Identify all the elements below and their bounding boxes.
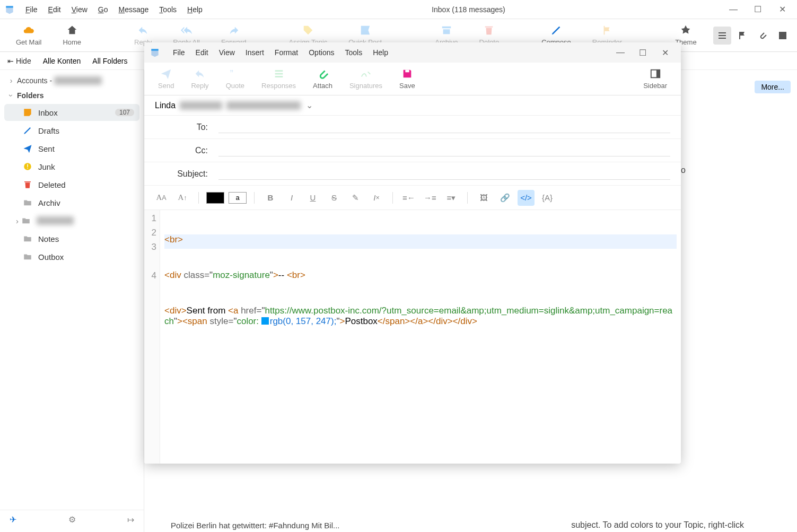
highlighter-button[interactable]: ✎ bbox=[347, 190, 364, 206]
folder-custom[interactable]: › bbox=[4, 212, 139, 229]
menu-file[interactable]: File bbox=[20, 3, 43, 16]
font-decrease-button[interactable]: A↑ bbox=[174, 190, 191, 206]
list-icon bbox=[717, 31, 727, 40]
outdent-button[interactable]: ≡← bbox=[400, 190, 417, 206]
flag-view-toggle[interactable] bbox=[733, 27, 751, 45]
folders-header[interactable]: › Folders bbox=[0, 88, 144, 103]
strike-button[interactable]: S bbox=[326, 190, 343, 206]
all-folders-tab[interactable]: All Folders bbox=[92, 57, 127, 65]
redacted-text bbox=[54, 76, 102, 85]
compose-toolbar: Send Reply ” Quote Responses Attach Sign… bbox=[144, 63, 681, 95]
italic-button[interactable]: I bbox=[283, 190, 300, 206]
line-gutter: 1 2 3 4 bbox=[144, 210, 160, 464]
toolbar-get-mail[interactable]: Get Mail bbox=[5, 23, 52, 47]
svg-rect-3 bbox=[405, 70, 409, 73]
folder-inbox[interactable]: Inbox 107 bbox=[4, 104, 139, 121]
signature-icon bbox=[360, 68, 372, 80]
compose-attach-button[interactable]: Attach bbox=[304, 67, 341, 91]
hide-button[interactable]: ⇤ Hide bbox=[7, 57, 31, 65]
folder-junk[interactable]: Junk bbox=[4, 158, 139, 175]
cc-input[interactable] bbox=[218, 144, 670, 156]
compose-menu-tools[interactable]: Tools bbox=[339, 46, 367, 59]
compose-minimize-button[interactable]: — bbox=[616, 48, 625, 57]
close-button[interactable]: ✕ bbox=[778, 5, 786, 14]
folder-outbox[interactable]: Outbox bbox=[4, 248, 139, 265]
clear-format-button[interactable]: I× bbox=[368, 190, 385, 206]
attachment-view-toggle[interactable] bbox=[754, 27, 772, 45]
redacted-text bbox=[180, 101, 222, 110]
from-name: Linda bbox=[155, 101, 176, 110]
paperclip-icon bbox=[758, 31, 767, 40]
styles-button[interactable]: {A} bbox=[539, 190, 556, 206]
source-code-button[interactable]: </> bbox=[518, 190, 535, 206]
settings-icon[interactable]: ⚙ bbox=[68, 514, 76, 525]
compose-menu-help[interactable]: Help bbox=[367, 46, 393, 59]
menu-view[interactable]: View bbox=[66, 3, 93, 16]
alle-konten-tab[interactable]: Alle Konten bbox=[43, 57, 81, 65]
compose-menu-file[interactable]: File bbox=[168, 46, 190, 59]
menu-tools[interactable]: Tools bbox=[154, 3, 182, 16]
cc-field-row: Cc: bbox=[144, 139, 681, 162]
folder-drafts[interactable]: Drafts bbox=[4, 122, 139, 139]
toolbar-home[interactable]: Home bbox=[52, 23, 92, 47]
font-increase-button[interactable]: AA bbox=[153, 190, 170, 206]
minimize-button[interactable]: — bbox=[729, 5, 738, 14]
list-view-toggle[interactable] bbox=[713, 27, 731, 45]
folder-label: Drafts bbox=[38, 126, 59, 135]
code-line: <br> bbox=[164, 234, 677, 249]
menu-go[interactable]: Go bbox=[93, 3, 113, 16]
compose-menu-view[interactable]: View bbox=[214, 46, 240, 59]
bold-button[interactable]: B bbox=[262, 190, 279, 206]
compose-responses-button[interactable]: Responses bbox=[253, 67, 304, 91]
compose-send-button[interactable]: Send bbox=[150, 67, 182, 91]
chat-icon[interactable]: ✈ bbox=[10, 514, 16, 525]
underline-button[interactable]: U bbox=[304, 190, 321, 206]
subject-input[interactable] bbox=[218, 168, 670, 180]
compose-menu-options[interactable]: Options bbox=[303, 46, 339, 59]
code-editor[interactable]: 1 2 3 4 <br> <div class="moz-signature">… bbox=[144, 210, 681, 464]
compose-signatures-button[interactable]: Signatures bbox=[341, 67, 391, 91]
menu-help[interactable]: Help bbox=[182, 3, 208, 16]
maximize-button[interactable]: ☐ bbox=[754, 5, 762, 14]
folder-sent[interactable]: Sent bbox=[4, 140, 139, 157]
compose-menu-format[interactable]: Format bbox=[269, 46, 303, 59]
accounts-label: Accounts - bbox=[17, 76, 52, 85]
more-button[interactable]: More... bbox=[755, 81, 791, 93]
archive-icon bbox=[441, 24, 452, 36]
insert-link-button[interactable]: 🔗 bbox=[496, 190, 513, 206]
compose-menu-edit[interactable]: Edit bbox=[190, 46, 214, 59]
expand-icon[interactable]: ↦ bbox=[127, 514, 134, 525]
compose-quote-button[interactable]: ” Quote bbox=[217, 67, 253, 91]
code-line: <div class="moz-signature">-- <br> bbox=[164, 270, 677, 284]
compose-reply-button[interactable]: Reply bbox=[182, 67, 217, 91]
compose-save-button[interactable]: Save bbox=[391, 67, 424, 91]
flag-icon bbox=[601, 24, 613, 36]
message-list-item[interactable]: Polizei Berlin hat getwittert: #Fahndung… bbox=[171, 521, 340, 530]
compose-from-row[interactable]: Linda ⌄ bbox=[144, 95, 681, 116]
image-view-toggle[interactable] bbox=[774, 27, 792, 45]
compose-close-button[interactable]: ✕ bbox=[661, 48, 669, 57]
text-color-swatch[interactable] bbox=[206, 192, 224, 204]
highlight-color-swatch[interactable]: a bbox=[229, 192, 247, 204]
indent-button[interactable]: →≡ bbox=[422, 190, 439, 206]
list-button[interactable]: ≡▾ bbox=[443, 190, 460, 206]
chevron-down-icon[interactable]: ⌄ bbox=[306, 100, 313, 110]
subject-field-row: Subject: bbox=[144, 162, 681, 186]
toolbar-label: Responses bbox=[261, 82, 296, 90]
content-fragment: subject. To add colors to your Topic, ri… bbox=[571, 520, 744, 530]
menu-message[interactable]: Message bbox=[113, 3, 154, 16]
compose-menu-insert[interactable]: Insert bbox=[240, 46, 269, 59]
to-input[interactable] bbox=[218, 121, 670, 133]
responses-icon bbox=[273, 68, 285, 80]
accounts-header[interactable]: › Accounts - bbox=[0, 73, 144, 88]
folder-notes[interactable]: Notes bbox=[4, 230, 139, 247]
folder-archiv[interactable]: Archiv bbox=[4, 194, 139, 211]
compose-sidebar-button[interactable]: Sidebar bbox=[635, 67, 676, 91]
folder-deleted[interactable]: Deleted bbox=[4, 176, 139, 193]
menu-edit[interactable]: Edit bbox=[43, 3, 66, 16]
code-area[interactable]: <br> <div class="moz-signature">-- <br> … bbox=[160, 210, 681, 464]
compose-maximize-button[interactable]: ☐ bbox=[638, 48, 647, 57]
save-icon bbox=[401, 68, 413, 80]
quote-icon: ” bbox=[229, 68, 241, 80]
insert-image-button[interactable]: 🖼 bbox=[475, 190, 492, 206]
